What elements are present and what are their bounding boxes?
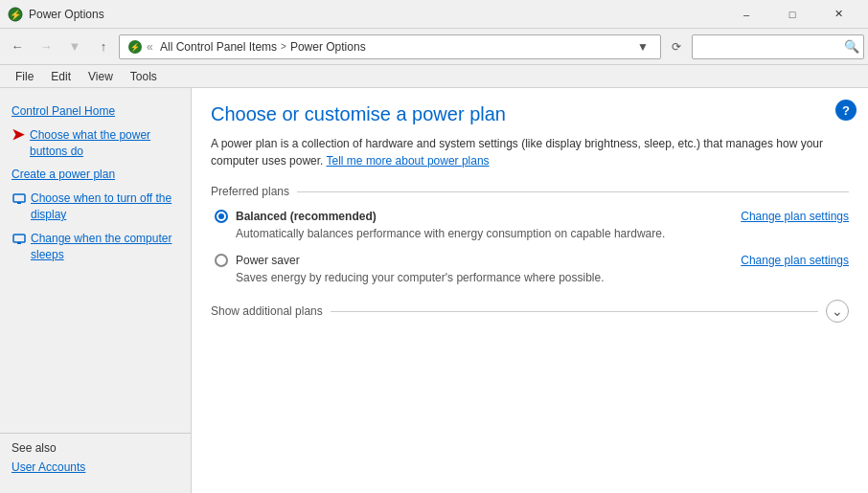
forward-button[interactable]: → bbox=[33, 34, 59, 60]
sidebar-link-label: Choose when to turn off the display bbox=[31, 190, 179, 223]
sidebar-link-label: Create a power plan bbox=[11, 167, 179, 183]
app-icon: ⚡ bbox=[8, 7, 23, 22]
address-part-2: Power Options bbox=[290, 40, 366, 54]
address-dropdown-button[interactable]: ▼ bbox=[633, 34, 652, 59]
sidebar-link-label: Choose what the power buttons do bbox=[30, 127, 179, 160]
menu-bar: File Edit View Tools bbox=[0, 65, 868, 88]
selection-arrow-icon: ➤ bbox=[11, 127, 24, 143]
address-part-1: All Control Panel Items bbox=[160, 40, 277, 54]
sidebar-item-control-panel-home[interactable]: Control Panel Home bbox=[0, 100, 191, 123]
sidebar-bottom-link-user-accounts[interactable]: User Accounts bbox=[11, 460, 179, 474]
plan-power-saver-name: Power saver bbox=[236, 254, 300, 267]
expand-additional-plans-button[interactable]: ⌄ bbox=[826, 300, 849, 323]
search-input[interactable] bbox=[700, 40, 844, 54]
change-settings-power-saver-link[interactable]: Change plan settings bbox=[741, 254, 849, 267]
refresh-button[interactable]: ⟳ bbox=[663, 34, 690, 59]
plan-balanced-label-row: Balanced (recommended) bbox=[215, 210, 377, 223]
search-icon: 🔍 bbox=[844, 39, 859, 54]
display-icon bbox=[11, 191, 27, 207]
plan-balanced-row: Balanced (recommended) Change plan setti… bbox=[215, 210, 849, 223]
address-bar: ← → ▼ ↑ ⚡ « All Control Panel Items > Po… bbox=[0, 29, 868, 65]
svg-text:⚡: ⚡ bbox=[130, 42, 140, 52]
svg-rect-6 bbox=[13, 235, 25, 242]
menu-edit[interactable]: Edit bbox=[43, 68, 79, 85]
sidebar-links: Control Panel Home ➤ Choose what the pow… bbox=[0, 100, 191, 429]
preferred-plans-header: Preferred plans bbox=[211, 185, 849, 198]
content-title: Choose or customise a power plan bbox=[211, 103, 849, 125]
plan-power-saver-label-row: Power saver bbox=[215, 254, 300, 267]
address-path: ⚡ « All Control Panel Items > Power Opti… bbox=[127, 39, 629, 55]
learn-more-link[interactable]: Tell me more about power plans bbox=[327, 154, 490, 168]
svg-text:⚡: ⚡ bbox=[10, 9, 22, 21]
svg-rect-4 bbox=[13, 194, 25, 202]
plan-balanced: Balanced (recommended) Change plan setti… bbox=[211, 210, 849, 240]
address-icon: ⚡ bbox=[127, 39, 143, 55]
sidebar: Control Panel Home ➤ Choose what the pow… bbox=[0, 88, 192, 493]
recent-locations-button[interactable]: ▼ bbox=[61, 34, 88, 60]
plans-section: Preferred plans Balanced (recommended) C… bbox=[211, 185, 849, 284]
header-divider bbox=[297, 191, 849, 192]
window-controls: – □ ✕ bbox=[724, 0, 860, 29]
help-button[interactable]: ? bbox=[835, 100, 857, 121]
plan-power-saver-row: Power saver Change plan settings bbox=[215, 254, 849, 267]
close-button[interactable]: ✕ bbox=[816, 0, 860, 29]
main-content: Control Panel Home ➤ Choose what the pow… bbox=[0, 88, 868, 493]
svg-rect-5 bbox=[17, 202, 21, 204]
radio-balanced[interactable] bbox=[215, 210, 228, 223]
window-title: Power Options bbox=[29, 8, 724, 21]
plan-power-saver-desc: Saves energy by reducing your computer's… bbox=[236, 271, 849, 284]
menu-view[interactable]: View bbox=[80, 68, 121, 85]
radio-power-saver[interactable] bbox=[215, 254, 228, 267]
sidebar-item-computer-sleeps[interactable]: Change when the computer sleeps bbox=[0, 227, 191, 267]
up-button[interactable]: ↑ bbox=[90, 34, 117, 60]
sidebar-item-create-power-plan[interactable]: Create a power plan bbox=[0, 163, 191, 187]
title-bar: ⚡ Power Options – □ ✕ bbox=[0, 0, 868, 29]
plan-power-saver: Power saver Change plan settings Saves e… bbox=[211, 254, 849, 284]
sleep-icon bbox=[11, 232, 27, 247]
content-area: ? Choose or customise a power plan A pow… bbox=[192, 88, 868, 493]
maximize-button[interactable]: □ bbox=[770, 0, 814, 29]
address-separator: > bbox=[281, 41, 286, 52]
see-also-label: See also bbox=[11, 441, 179, 455]
plan-balanced-name: Balanced (recommended) bbox=[236, 210, 377, 223]
sidebar-item-power-buttons[interactable]: ➤ Choose what the power buttons do bbox=[0, 123, 191, 164]
sidebar-link-label: Change when the computer sleeps bbox=[31, 231, 179, 263]
address-input[interactable]: ⚡ « All Control Panel Items > Power Opti… bbox=[119, 34, 661, 59]
menu-file[interactable]: File bbox=[8, 68, 41, 85]
svg-rect-7 bbox=[17, 242, 21, 244]
search-box[interactable]: 🔍 bbox=[692, 34, 864, 59]
back-button[interactable]: ← bbox=[4, 34, 31, 60]
sidebar-item-turn-off-display[interactable]: Choose when to turn off the display bbox=[0, 187, 191, 227]
sidebar-bottom: See also User Accounts bbox=[0, 433, 191, 482]
additional-plans-label: Show additional plans bbox=[211, 304, 323, 318]
minimize-button[interactable]: – bbox=[724, 0, 768, 29]
content-description: A power plan is a collection of hardware… bbox=[211, 135, 849, 169]
preferred-plans-label: Preferred plans bbox=[211, 185, 289, 198]
change-settings-balanced-link[interactable]: Change plan settings bbox=[741, 210, 849, 223]
sidebar-link-label: Control Panel Home bbox=[11, 103, 179, 120]
additional-plans-divider bbox=[331, 311, 818, 312]
menu-tools[interactable]: Tools bbox=[123, 68, 165, 85]
additional-plans-row: Show additional plans ⌄ bbox=[211, 300, 849, 323]
plan-balanced-desc: Automatically balances performance with … bbox=[236, 227, 849, 240]
